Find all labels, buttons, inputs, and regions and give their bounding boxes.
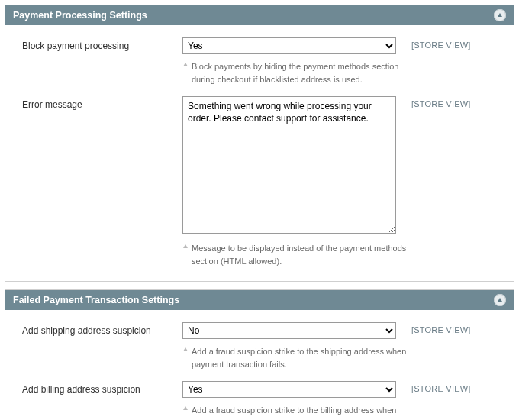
- field-label: Block payment processing: [22, 37, 182, 51]
- field-label: Error message: [22, 96, 182, 110]
- failed-transaction-header[interactable]: Failed Payment Transaction Settings: [5, 290, 514, 310]
- hint-caret-icon: [182, 244, 189, 250]
- field-label: Add billing address suspicion: [22, 381, 182, 395]
- field-error-message: Error message [STORE VIEW]: [22, 96, 497, 236]
- svg-marker-3: [498, 298, 502, 302]
- svg-marker-2: [183, 244, 188, 248]
- payment-processing-header[interactable]: Payment Processing Settings: [5, 5, 514, 25]
- scope-label: [STORE VIEW]: [411, 322, 471, 334]
- svg-marker-1: [183, 63, 188, 66]
- scope-label: [STORE VIEW]: [411, 96, 471, 108]
- field-billing-suspicion: Add billing address suspicion YesNo [STO…: [22, 381, 497, 398]
- section-body: Block payment processing YesNo [STORE VI…: [5, 25, 514, 281]
- field-hint: Add a fraud suspicion strike to the ship…: [182, 342, 411, 370]
- scope-label: [STORE VIEW]: [411, 381, 471, 393]
- svg-marker-0: [498, 13, 502, 17]
- block-payment-select[interactable]: YesNo: [182, 37, 396, 54]
- svg-marker-4: [183, 347, 188, 351]
- collapse-icon[interactable]: [494, 9, 506, 21]
- shipping-suspicion-select[interactable]: YesNo: [182, 322, 396, 339]
- billing-suspicion-select[interactable]: YesNo: [182, 381, 396, 398]
- field-hint: Block payments by hiding the payment met…: [182, 57, 411, 86]
- section-title: Payment Processing Settings: [13, 10, 147, 21]
- field-shipping-suspicion: Add shipping address suspicion YesNo [ST…: [22, 322, 497, 339]
- section-title: Failed Payment Transaction Settings: [13, 295, 179, 305]
- scope-label: [STORE VIEW]: [411, 37, 471, 50]
- field-block-payment: Block payment processing YesNo [STORE VI…: [22, 37, 497, 54]
- section-body: Add shipping address suspicion YesNo [ST…: [5, 310, 514, 420]
- hint-caret-icon: [182, 62, 189, 68]
- field-hint: Add a fraud suspicion strike to the bill…: [182, 401, 411, 420]
- hint-caret-icon: [182, 347, 189, 353]
- field-label: Add shipping address suspicion: [22, 322, 182, 336]
- svg-marker-5: [183, 406, 188, 410]
- failed-transaction-section: Failed Payment Transaction Settings Add …: [5, 289, 514, 420]
- field-hint: Message to be displayed instead of the p…: [182, 239, 411, 267]
- payment-processing-section: Payment Processing Settings Block paymen…: [5, 5, 514, 282]
- hint-caret-icon: [182, 405, 189, 412]
- error-message-textarea[interactable]: [182, 96, 396, 234]
- collapse-icon[interactable]: [494, 294, 506, 306]
